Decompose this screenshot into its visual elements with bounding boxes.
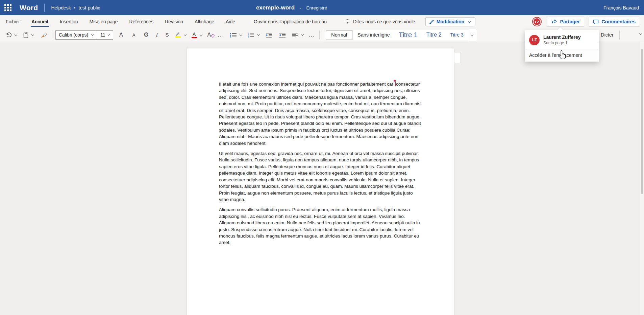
- numbering-menu-chevron-icon[interactable]: [257, 33, 260, 36]
- svg-text:3: 3: [248, 36, 249, 38]
- font-name-combobox[interactable]: Calibri (corps): [55, 30, 97, 40]
- styles-gallery-more-button[interactable]: [468, 29, 476, 41]
- dictate-button[interactable]: Dicter: [601, 28, 614, 42]
- chevron-down-icon: [468, 20, 471, 23]
- undo-button[interactable]: [4, 30, 13, 40]
- presence-popup-avatar: LZ: [529, 35, 540, 45]
- chevron-down-icon: [471, 33, 473, 36]
- share-button[interactable]: Partager: [547, 17, 584, 27]
- align-left-icon: [292, 32, 298, 38]
- bullets-button[interactable]: [228, 30, 238, 40]
- presence-avatar[interactable]: LZ: [534, 18, 540, 25]
- editing-mode-dropdown[interactable]: Modification: [425, 17, 475, 26]
- breadcrumb-doc[interactable]: test-public: [79, 5, 100, 10]
- font-color-menu-chevron-icon[interactable]: [199, 33, 202, 36]
- scrollbar-thumb[interactable]: [641, 49, 643, 194]
- clear-formatting-button[interactable]: A: [206, 30, 216, 40]
- style-sans-interligne[interactable]: Sans interligne: [357, 32, 390, 38]
- tab-insertion[interactable]: Insertion: [54, 15, 84, 28]
- presence-popup: LZ Laurent Zufferey Sur la page 1 Accéde…: [525, 30, 599, 62]
- tab-references[interactable]: Références: [124, 15, 159, 28]
- breadcrumb-site[interactable]: Helpdesk: [51, 5, 71, 10]
- tab-affichage[interactable]: Affichage: [189, 15, 220, 28]
- toolbar-divider: [52, 30, 52, 39]
- paragraph-3: Aliquam convallis sollicitudin purus. Pr…: [219, 206, 422, 246]
- bullets-menu-chevron-icon[interactable]: [240, 33, 242, 36]
- current-user-name[interactable]: François Bavaud: [603, 5, 644, 10]
- document-canvas: Il etait une fois une connexion internet…: [0, 42, 644, 315]
- highlight-menu-chevron-icon[interactable]: [183, 33, 186, 36]
- document-page[interactable]: Il etait une fois une connexion internet…: [187, 48, 454, 315]
- ribbon-tab-row: Fichier Accueil Insertion Mise en page R…: [0, 15, 644, 28]
- page-margin-tab: [454, 52, 461, 63]
- numbered-list-icon: 1 2 3: [247, 32, 254, 38]
- undo-menu-chevron-icon[interactable]: [15, 33, 17, 36]
- bullet-list-icon: [230, 32, 237, 38]
- topbar-divider: [44, 4, 45, 12]
- style-titre-3[interactable]: Titre 3: [450, 32, 464, 38]
- tab-accueil[interactable]: Accueil: [26, 15, 54, 28]
- outdent-icon: [266, 32, 273, 38]
- app-top-bar: Word Helpdesk › test-public exemple-word…: [0, 0, 644, 15]
- save-status[interactable]: Enregistré: [306, 5, 327, 10]
- paragraph-overflow-button[interactable]: …: [307, 30, 316, 40]
- open-in-desktop-button[interactable]: Ouvrir dans l'application de bureau: [254, 19, 327, 24]
- tab-aide[interactable]: Aide: [220, 15, 241, 28]
- tell-me-button[interactable]: Dites-nous ce que vous voule: [345, 19, 415, 25]
- alignment-menu-chevron-icon[interactable]: [301, 33, 304, 36]
- highlighter-icon: [175, 32, 181, 36]
- comments-button[interactable]: Commentaires: [589, 17, 640, 27]
- title-separator: -: [300, 5, 301, 10]
- shrink-font-button[interactable]: A: [131, 30, 139, 40]
- chevron-down-icon: [91, 33, 94, 36]
- style-titre-2[interactable]: Titre 2: [426, 32, 442, 38]
- style-normal[interactable]: Normal: [326, 30, 352, 40]
- underline-button[interactable]: S: [164, 30, 170, 40]
- font-color-button[interactable]: A: [190, 30, 198, 40]
- tab-fichier[interactable]: Fichier: [0, 15, 26, 28]
- tell-me-label: Dites-nous ce que vous voule: [353, 19, 415, 24]
- toolbar-divider: [319, 30, 320, 39]
- paragraph-1: Il etait une fois une connexion internet…: [219, 81, 422, 147]
- chevron-down-icon: [107, 33, 110, 36]
- paste-menu-chevron-icon[interactable]: [31, 33, 34, 36]
- app-launcher-waffle-icon[interactable]: [4, 4, 11, 11]
- grow-font-button[interactable]: A: [118, 30, 126, 40]
- numbering-button[interactable]: 1 2 3: [246, 30, 256, 40]
- go-to-location-button[interactable]: Accéder à l'emplacement: [525, 49, 599, 62]
- font-size-value: 11: [100, 32, 105, 38]
- editing-mode-label: Modification: [437, 19, 464, 24]
- font-overflow-button[interactable]: …: [216, 30, 225, 40]
- vertical-scrollbar[interactable]: [640, 42, 644, 315]
- share-icon: [551, 19, 557, 24]
- style-titre-1[interactable]: Titre 1: [399, 31, 418, 39]
- lightbulb-icon: [345, 19, 350, 25]
- app-name: Word: [20, 4, 38, 12]
- bold-button[interactable]: G: [143, 30, 150, 40]
- toolbar-divider: [619, 30, 620, 40]
- format-painter-button[interactable]: [39, 30, 49, 40]
- collaborator-name: Laurent Zufferey: [543, 34, 580, 40]
- tab-mise-en-page[interactable]: Mise en page: [84, 15, 124, 28]
- breadcrumb-chevron-icon: ›: [74, 5, 76, 10]
- alignment-button[interactable]: [291, 30, 300, 40]
- document-title[interactable]: exemple-word: [256, 4, 295, 11]
- increase-indent-button[interactable]: [277, 30, 287, 40]
- font-name-value: Calibri (corps): [59, 32, 89, 38]
- highlight-color-button[interactable]: [174, 30, 182, 40]
- collapse-ribbon-chevron-icon[interactable]: [639, 32, 642, 35]
- font-size-combobox[interactable]: 11: [97, 30, 113, 40]
- indent-icon: [279, 32, 286, 38]
- eraser-icon: [211, 34, 215, 38]
- paste-button[interactable]: [22, 30, 30, 40]
- decrease-indent-button[interactable]: [264, 30, 274, 40]
- menu-right-cluster: LZ Partager Commentaires: [531, 17, 644, 27]
- collaborator-location: Sur la page 1: [543, 40, 580, 46]
- share-label: Partager: [560, 19, 580, 24]
- styles-gallery: Normal Sans interligne Titre 1 Titre 2 T…: [324, 29, 477, 41]
- italic-button[interactable]: I: [155, 30, 159, 40]
- comments-label: Commentaires: [601, 19, 636, 24]
- paragraph-2: Ut velit mauris, egestas sed, gravida ne…: [219, 150, 422, 203]
- tab-revision[interactable]: Révision: [159, 15, 189, 28]
- breadcrumb[interactable]: Helpdesk › test-public: [51, 5, 100, 10]
